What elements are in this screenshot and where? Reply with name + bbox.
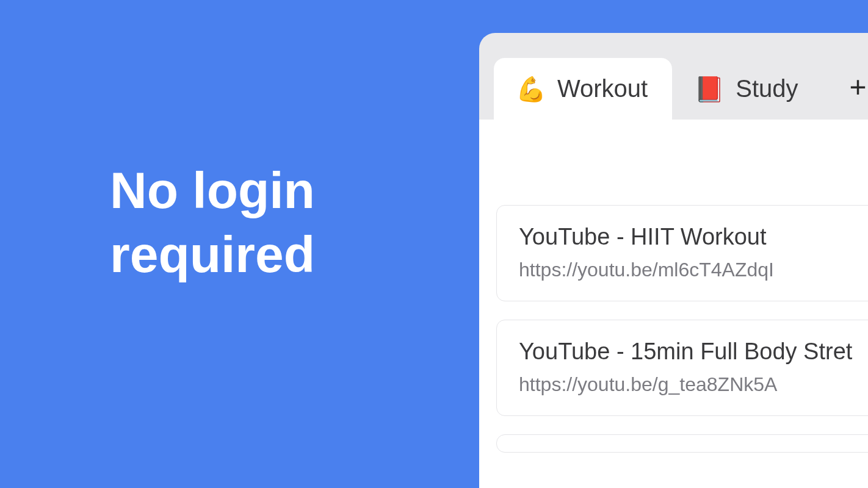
hero-line-1: No login [110,159,315,223]
link-card[interactable]: YouTube - HIIT Workout https://youtu.be/… [496,205,868,301]
link-url: https://youtu.be/ml6cT4AZdqI [519,259,868,281]
book-icon: 📕 [694,77,725,101]
flex-arm-icon: 💪 [516,77,546,101]
link-card[interactable]: YouTube - 15min Full Body Stret https://… [496,320,868,416]
hero-line-2: required [110,223,315,287]
tab-study[interactable]: 📕 Study [672,58,822,120]
plus-icon: + [850,71,867,103]
add-tab-button[interactable]: + [835,60,869,114]
app-window: 💪 Workout 📕 Study + YouTube - HIIT Worko… [479,33,868,488]
link-title: YouTube - 15min Full Body Stret [519,339,868,365]
tab-bar: 💪 Workout 📕 Study + [479,33,868,120]
link-url: https://youtu.be/g_tea8ZNk5A [519,373,868,396]
hero-tagline: No login required [110,159,315,287]
link-card[interactable] [496,434,868,453]
tab-label: Workout [557,75,648,102]
link-title: YouTube - HIIT Workout [519,224,868,250]
tab-workout[interactable]: 💪 Workout [494,58,672,120]
content-area: YouTube - HIIT Workout https://youtu.be/… [479,120,868,488]
tab-label: Study [736,75,798,102]
